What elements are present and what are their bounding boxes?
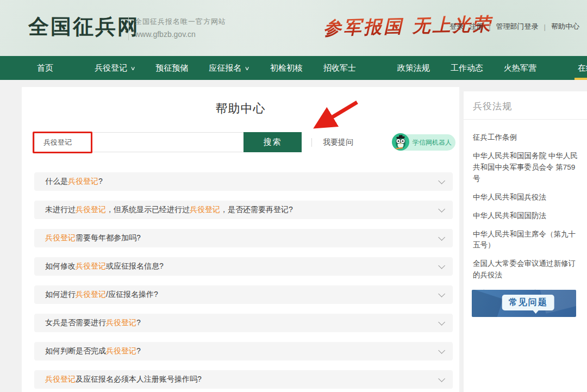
law-link-list: 征兵工作条例中华人民共和国国务院 中华人民共和国中央军事委员会令 第759号中华… — [464, 120, 587, 318]
nav-item-应征报名[interactable]: 应征报名∨ — [209, 56, 249, 80]
nav-item-工作动态[interactable]: 工作动态 — [451, 56, 483, 80]
site-tagline: 全国征兵报名唯一官方网站 www.gfbzb.gov.cn — [135, 17, 226, 39]
help-center-link[interactable]: 帮助中心 — [551, 22, 579, 32]
nav-item-label: 在线咨询 — [578, 63, 587, 73]
nav-item-在线咨询[interactable]: 在线咨询 — [578, 56, 587, 80]
chevron-down-icon[interactable] — [438, 262, 445, 269]
link-separator: | — [489, 23, 490, 31]
faq-item[interactable]: 未进行过兵役登记，但系统显示已经进行过兵役登记，是否还需要再登记? — [34, 201, 453, 219]
site-header: 全国征兵网 全国征兵报名唯一官方网站 www.gfbzb.gov.cn 参军报国… — [0, 0, 587, 56]
law-link[interactable]: 中华人民共和国主席令（第九十五号） — [473, 229, 578, 252]
chevron-down-icon[interactable] — [438, 375, 445, 382]
faq-banner-label: 常见问题 — [502, 295, 554, 310]
site-logo[interactable]: 全国征兵网 — [28, 13, 140, 41]
nav-item-label: 火热军营 — [504, 63, 536, 73]
highlighted-keyword: 兵役登记 — [76, 205, 106, 214]
faq-item[interactable]: 什么是兵役登记? — [34, 172, 453, 191]
faq-question-text: 如何进行兵役登记/应征报名操作? — [45, 290, 438, 300]
chevron-down-icon[interactable] — [438, 206, 445, 213]
faq-question-text: 什么是兵役登记? — [45, 177, 438, 186]
law-link[interactable]: 中华人民共和国国务院 中华人民共和国中央军事委员会令 第759号 — [473, 151, 578, 185]
faq-question-text: 如何判断是否完成兵役登记? — [45, 346, 438, 356]
chevron-down-icon: ∨ — [245, 65, 250, 71]
faq-question-text: 女兵是否需要进行兵役登记? — [45, 318, 438, 328]
highlighted-keyword: 兵役登记 — [45, 233, 76, 242]
ask-question-link[interactable]: 我要提问 — [323, 138, 353, 147]
chevron-down-icon[interactable] — [438, 347, 445, 354]
faq-item[interactable]: 如何进行兵役登记/应征报名操作? — [34, 285, 453, 304]
owl-robot-icon — [391, 133, 410, 151]
site-url: www.gfbzb.gov.cn — [135, 30, 226, 39]
nav-item-label: 兵役登记 — [95, 63, 127, 73]
faq-question-text: 兵役登记及应征报名必须本人注册账号操作吗? — [45, 375, 438, 384]
chevron-down-icon[interactable] — [438, 319, 445, 326]
law-link[interactable]: 中华人民共和国兵役法 — [473, 192, 578, 203]
nav-item-label: 预征预储 — [155, 63, 188, 73]
sidebar-title: 兵役法规 — [464, 91, 587, 119]
highlighted-keyword: 兵役登记 — [76, 290, 106, 298]
page-title: 帮助中心 — [22, 101, 459, 117]
nav-item-初检初核[interactable]: 初检初核 — [270, 56, 303, 80]
faq-question-text: 兵役登记需要每年都参加吗? — [45, 233, 438, 243]
link-separator: | — [544, 23, 546, 31]
nav-item-兵役登记[interactable]: 兵役登记∨ — [95, 56, 135, 80]
nav-item-招收军士[interactable]: 招收军士 — [323, 56, 356, 80]
faq-item[interactable]: 兵役登记及应征报名必须本人注册账号操作吗? — [34, 370, 453, 389]
highlighted-keyword: 兵役登记 — [76, 262, 106, 270]
search-row: 搜索 我要提问 — [34, 132, 353, 152]
highlighted-keyword: 兵役登记 — [45, 375, 76, 383]
law-link[interactable]: 中华人民共和国国防法 — [473, 210, 578, 222]
nav-item-label: 政策法规 — [397, 63, 430, 73]
chevron-down-icon[interactable] — [438, 290, 445, 297]
faq-item[interactable]: 女兵是否需要进行兵役登记? — [34, 314, 453, 332]
faq-item[interactable]: 兵役登记需要每年都参加吗? — [34, 229, 453, 247]
nav-item-label: 首页 — [37, 63, 53, 73]
login-link[interactable]: 登录 — [449, 22, 464, 32]
nav-item-首页[interactable]: 首页 — [37, 56, 53, 80]
logo-divider — [128, 16, 129, 40]
chevron-down-icon[interactable] — [438, 234, 445, 241]
faq-list: 什么是兵役登记?未进行过兵役登记，但系统显示已经进行过兵役登记，是否还需要再登记… — [34, 172, 453, 392]
chevron-down-icon: ∨ — [130, 65, 136, 71]
page: 全国征兵网 全国征兵报名唯一官方网站 www.gfbzb.gov.cn 参军报国… — [0, 0, 587, 392]
highlighted-keyword: 兵役登记 — [68, 177, 98, 185]
nav-item-label: 初检初核 — [270, 63, 303, 73]
register-link[interactable]: 注册 — [469, 22, 483, 32]
tagline-text: 全国征兵报名唯一官方网站 — [135, 17, 226, 27]
nav-item-政策法规[interactable]: 政策法规 — [397, 56, 430, 80]
nav-item-label: 应征报名 — [209, 63, 241, 73]
nav-item-预征预储[interactable]: 预征预储 — [155, 56, 188, 80]
highlighted-keyword: 兵役登记 — [106, 346, 136, 355]
robot-assistant-label: 学信网机器人 — [413, 138, 452, 147]
search-input[interactable] — [34, 132, 243, 152]
faq-question-text: 未进行过兵役登记，但系统显示已经进行过兵役登记，是否还需要再登记? — [45, 205, 438, 215]
faq-question-text: 如何修改兵役登记或应征报名信息? — [45, 262, 438, 271]
law-link[interactable]: 全国人大常委会审议通过新修订的兵役法 — [473, 258, 578, 281]
search-button[interactable]: 搜索 — [243, 132, 302, 152]
chevron-down-icon[interactable] — [438, 177, 445, 184]
highlighted-keyword: 兵役登记 — [190, 205, 220, 214]
faq-banner[interactable]: 常见问题 — [472, 290, 576, 317]
highlighted-keyword: 兵役登记 — [106, 318, 136, 327]
nav-item-label: 工作动态 — [451, 63, 483, 73]
help-center-panel: 帮助中心 搜索 我要提问 学信网机器人 — [22, 87, 459, 392]
ask-separator — [311, 138, 312, 147]
main-nav: 首页兵役登记∨预征预储应征报名∨初检初核招收军士政策法规工作动态火热军营在线咨询… — [0, 56, 587, 80]
robot-assistant-badge[interactable]: 学信网机器人 — [392, 134, 455, 151]
faq-item[interactable]: 如何判断是否完成兵役登记? — [34, 342, 453, 360]
faq-item[interactable]: 如何修改兵役登记或应征报名信息? — [34, 257, 453, 276]
nav-item-火热军营[interactable]: 火热军营 — [504, 56, 536, 80]
sidebar: 兵役法规 征兵工作条例中华人民共和国国务院 中华人民共和国中央军事委员会令 第7… — [464, 91, 587, 392]
header-links: 登录 注册 | 管理部门登录 | 帮助中心 — [449, 22, 579, 32]
law-link[interactable]: 征兵工作条例 — [473, 132, 578, 144]
admin-login-link[interactable]: 管理部门登录 — [496, 22, 539, 32]
nav-item-label: 招收军士 — [323, 63, 356, 73]
